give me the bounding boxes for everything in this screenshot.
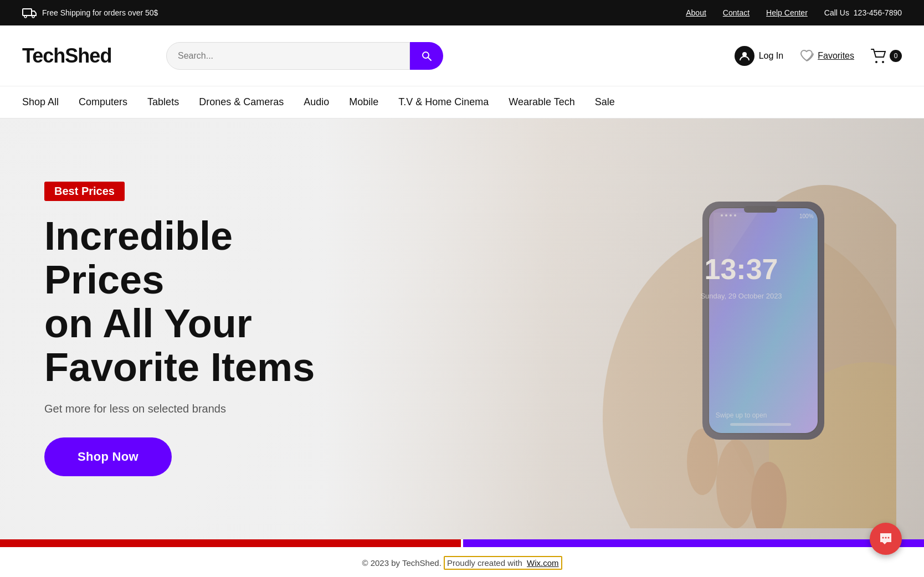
shipping-notice: Free Shipping for orders over 50$ [22, 7, 158, 18]
hero-subtitle: Get more for less on selected brands [44, 403, 343, 415]
shipping-text: Free Shipping for orders over 50$ [42, 8, 158, 17]
nav-audio[interactable]: Audio [304, 96, 329, 108]
svg-point-6 [875, 61, 877, 63]
header: TechShed Log In Favorites [0, 25, 924, 86]
nav-sale[interactable]: Sale [595, 96, 615, 108]
favorites-link[interactable]: Favorites [818, 51, 854, 61]
nav-computers[interactable]: Computers [79, 96, 127, 108]
heart-icon [800, 49, 814, 63]
chat-icon [878, 531, 894, 547]
svg-point-30 [888, 537, 890, 539]
nav-wearable-tech[interactable]: Wearable Tech [509, 96, 574, 108]
svg-point-1 [24, 16, 27, 18]
svg-point-2 [32, 16, 34, 18]
footer-wix-promo: Proudly created with Wix.com [444, 556, 562, 570]
footer-bar-red [0, 539, 461, 547]
about-link[interactable]: About [686, 8, 706, 17]
chat-button[interactable] [870, 523, 902, 555]
cart-icon [871, 48, 887, 64]
svg-rect-0 [23, 9, 32, 16]
nav-drones-cameras[interactable]: Drones & Cameras [199, 96, 284, 108]
shipping-icon [22, 7, 37, 18]
footer: © 2023 by TechShed. Proudly created with… [0, 547, 924, 577]
cart-badge: 0 [890, 50, 902, 62]
top-bar: Free Shipping for orders over 50$ About … [0, 0, 924, 25]
search-icon [421, 50, 432, 61]
svg-point-29 [885, 537, 887, 539]
search-button[interactable] [410, 42, 443, 70]
phone-label: Call Us 123-456-7890 [824, 8, 902, 17]
logo[interactable]: TechShed [22, 44, 144, 68]
wix-link[interactable]: Wix.com [527, 558, 559, 568]
header-right: Log In Favorites 0 [735, 46, 902, 66]
svg-point-28 [882, 537, 884, 539]
user-icon [735, 46, 754, 66]
help-center-link[interactable]: Help Center [766, 8, 808, 17]
search-input[interactable] [166, 42, 410, 70]
nav-tablets[interactable]: Tablets [147, 96, 179, 108]
favorites-area[interactable]: Favorites [800, 49, 854, 63]
best-prices-badge: Best Prices [44, 182, 125, 201]
hero-title: Incredible Prices on All Your Favorite I… [44, 214, 343, 390]
login-label: Log In [759, 51, 783, 61]
nav-mobile[interactable]: Mobile [349, 96, 378, 108]
login-area[interactable]: Log In [735, 46, 783, 66]
footer-color-bars [0, 539, 924, 547]
main-nav: Shop All Computers Tablets Drones & Came… [0, 86, 924, 119]
footer-bar-purple [463, 539, 924, 547]
nav-shop-all[interactable]: Shop All [22, 96, 59, 108]
svg-line-4 [428, 57, 432, 60]
footer-copyright: © 2023 by TechShed. [362, 558, 441, 568]
nav-tv-home-cinema[interactable]: T.V & Home Cinema [398, 96, 489, 108]
hero-content: Best Prices Incredible Prices on All You… [0, 182, 388, 477]
top-nav-links: About Contact Help Center Call Us 123-45… [686, 8, 902, 17]
svg-point-7 [882, 61, 884, 63]
shop-now-button[interactable]: Shop Now [44, 437, 172, 476]
hero-section: 13:37 Sunday, 29 October 2023 Swipe up t… [0, 119, 924, 539]
svg-point-5 [742, 52, 747, 56]
contact-link[interactable]: Contact [723, 8, 750, 17]
search-bar [166, 42, 443, 70]
cart-area[interactable]: 0 [871, 48, 902, 64]
